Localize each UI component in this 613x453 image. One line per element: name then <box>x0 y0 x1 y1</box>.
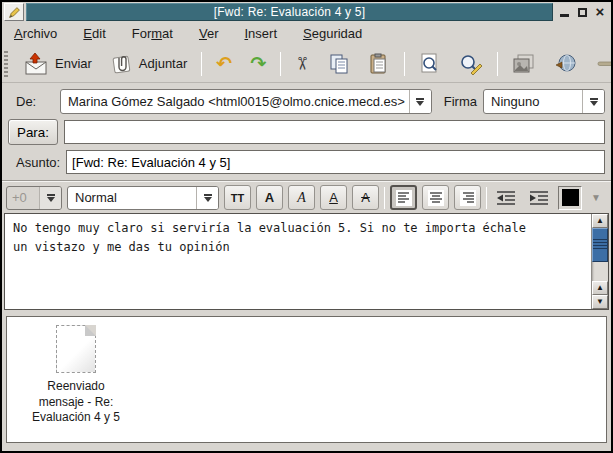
color-swatch <box>562 189 579 206</box>
paste-button[interactable] <box>364 50 394 78</box>
page-fold <box>85 325 96 336</box>
insert-rule-button[interactable] <box>592 50 611 78</box>
typewriter-button[interactable]: TT <box>224 185 251 210</box>
signature-combo[interactable]: Ninguno <box>483 89 605 114</box>
format-toolbar: +0 Normal TT A A A A <box>2 182 611 213</box>
from-combo[interactable]: Marina Gómez Salgado <html0015@olmo.cnic… <box>60 89 432 114</box>
subject-row: Asunto: <box>8 150 605 174</box>
align-center-icon <box>428 190 444 206</box>
undo-button[interactable]: ↶ <box>212 51 236 76</box>
menu-archivo[interactable]: Archivo <box>14 26 57 41</box>
subject-label: Asunto: <box>8 155 60 170</box>
from-row: De: Marina Gómez Salgado <html0015@olmo.… <box>8 89 605 114</box>
toolbar-separator <box>497 52 498 76</box>
attachment-item[interactable]: Reenviado mensaje - Re: Evaluación 4 y 5 <box>17 325 135 426</box>
send-button[interactable]: Enviar <box>20 50 96 78</box>
scroll-up-button[interactable]: ▲ <box>592 214 608 228</box>
close-button[interactable]: × <box>593 5 607 19</box>
search-replace-icon <box>459 53 483 75</box>
toolbar-separator <box>384 187 385 209</box>
paragraph-style-value: Normal <box>68 187 196 209</box>
paragraph-style-combo[interactable]: Normal <box>67 186 219 210</box>
signature-label: Firma <box>438 94 477 109</box>
scissors-icon: ✂ <box>293 56 312 71</box>
toolbar-separator <box>486 187 487 209</box>
undo-icon: ↶ <box>216 54 232 73</box>
close-icon: × <box>596 7 605 17</box>
menu-edit[interactable]: Edit <box>83 26 105 41</box>
indent-icon <box>528 189 550 207</box>
bold-button[interactable]: A <box>256 185 283 210</box>
find-replace-button[interactable] <box>455 50 487 78</box>
align-right-button[interactable] <box>454 185 481 210</box>
redo-button[interactable]: ↷ <box>246 51 270 76</box>
font-size-combo[interactable]: +0 <box>6 186 62 210</box>
redo-icon: ↷ <box>250 54 266 73</box>
attachment-label: Reenviado mensaje - Re: Evaluación 4 y 5 <box>32 379 120 426</box>
titlebar-row: [Fwd: Re: Evaluación 4 y 5] × <box>2 2 611 21</box>
toolbar-drag-handle[interactable] <box>4 51 8 77</box>
attach-button[interactable]: Adjuntar <box>106 50 191 78</box>
minimize-button[interactable] <box>557 5 571 19</box>
scrollbar-track[interactable] <box>592 228 608 281</box>
send-button-label: Enviar <box>55 56 92 71</box>
toolbar-separator <box>201 52 202 76</box>
maximize-button[interactable] <box>575 5 589 19</box>
color-dropdown-icon[interactable]: ▼ <box>587 192 605 203</box>
find-button[interactable] <box>415 50 445 78</box>
menu-format[interactable]: Format <box>132 26 173 41</box>
chevron-down-icon <box>39 187 61 209</box>
scroll-down-button[interactable]: ▼ <box>592 295 608 309</box>
cut-button[interactable]: ✂ <box>291 51 314 76</box>
send-envelope-icon <box>24 53 50 75</box>
chevron-down-icon <box>409 90 431 113</box>
scrollbar-thumb[interactable] <box>592 228 608 262</box>
message-body[interactable]: No tengo muy claro si serviría la evalua… <box>5 214 591 309</box>
menu-insert[interactable]: Insert <box>244 26 277 41</box>
scrollbar-grip <box>593 239 607 250</box>
window-menu-button[interactable] <box>4 3 24 21</box>
menu-seguridad[interactable]: Seguridad <box>303 26 362 41</box>
minimize-icon <box>560 14 569 17</box>
toolbar-separator <box>280 52 281 76</box>
font-size-value: +0 <box>7 187 39 209</box>
signature-value: Ninguno <box>484 90 582 113</box>
scroll-up-button-2[interactable]: ▲ <box>592 281 608 295</box>
composer-window: [Fwd: Re: Evaluación 4 y 5] × Archivo Ed… <box>0 0 613 453</box>
align-center-button[interactable] <box>422 185 449 210</box>
scroll-up-icon: ▲ <box>596 284 604 292</box>
insert-link-button[interactable] <box>550 50 582 78</box>
link-globe-icon <box>554 53 578 75</box>
to-input[interactable] <box>64 120 605 144</box>
editor-scrollbar: ▲ ▲ ▼ <box>591 214 608 309</box>
paste-clipboard-icon <box>368 53 390 75</box>
image-icon <box>512 53 536 75</box>
chevron-down-icon <box>196 187 218 209</box>
window-title: [Fwd: Re: Evaluación 4 y 5] <box>26 3 553 21</box>
unindent-button[interactable] <box>492 186 520 210</box>
insert-image-button[interactable] <box>508 50 540 78</box>
to-button[interactable]: Para: <box>8 119 58 145</box>
align-left-button[interactable] <box>390 185 417 210</box>
maximize-icon <box>578 8 587 17</box>
strikethrough-button[interactable]: A <box>352 185 379 210</box>
pencil-icon <box>8 6 21 19</box>
scroll-up-icon: ▲ <box>596 217 604 225</box>
copy-button[interactable] <box>324 50 354 78</box>
indent-button[interactable] <box>525 186 553 210</box>
subject-input[interactable] <box>66 150 605 174</box>
window-controls: × <box>555 3 609 21</box>
underline-button[interactable]: A <box>320 185 347 210</box>
message-headers: De: Marina Gómez Salgado <html0015@olmo.… <box>2 83 611 176</box>
chevron-down-icon <box>582 90 604 113</box>
hrule-icon <box>596 53 611 75</box>
italic-button[interactable]: A <box>288 185 315 210</box>
font-color-button[interactable] <box>558 186 582 210</box>
copy-icon <box>328 53 350 75</box>
menu-ver[interactable]: Ver <box>199 26 219 41</box>
main-toolbar: Enviar Adjuntar ↶ ↷ ✂ <box>2 45 611 83</box>
unindent-icon <box>495 189 517 207</box>
search-icon <box>419 53 441 75</box>
toolbar-separator <box>404 52 405 76</box>
attach-button-label: Adjuntar <box>139 56 187 71</box>
